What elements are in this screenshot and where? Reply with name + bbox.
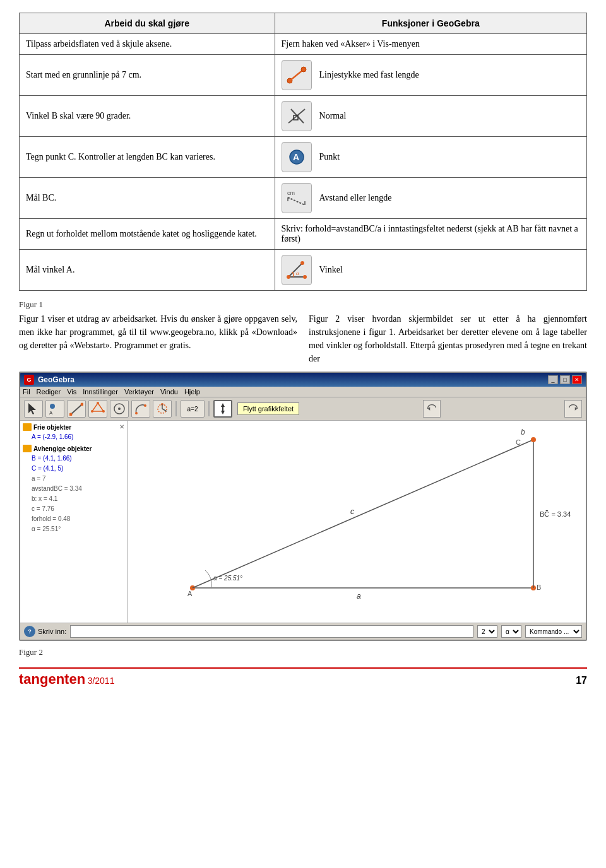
footer: tangenten 3/2011 17	[19, 667, 587, 688]
svg-text:BC̄ = 3.34: BC̄ = 3.34	[540, 510, 571, 518]
geogebra-window: G GeoGebra _ □ ✕ Fil Rediger Vis Innstil…	[19, 372, 587, 641]
row6-left: Regn ut forholdet mellom motstående kate…	[20, 219, 275, 250]
menu-innstillinger[interactable]: Innstillinger	[83, 388, 118, 396]
svg-text:C: C	[516, 438, 521, 446]
geogebra-toolbar: A a=2 Flytt grafikkfeltet	[20, 397, 586, 421]
svg-line-35	[162, 409, 167, 411]
svg-point-25	[97, 402, 99, 404]
tool-numeric[interactable]: a=2	[181, 400, 205, 418]
svg-point-19	[50, 404, 55, 409]
close-button[interactable]: ✕	[572, 375, 582, 384]
help-icon[interactable]: ?	[24, 626, 35, 637]
footer-issue: 3/2011	[88, 676, 115, 686]
figure2-label: Figur 2	[19, 647, 587, 657]
sidebar-item-forhold: forhold = 0.48	[23, 514, 124, 524]
folder-icon-free	[23, 423, 32, 431]
svg-text:a: a	[357, 592, 361, 601]
row5-left: Mål BC.	[20, 178, 275, 219]
row3-left: Vinkel B skal være 90 grader.	[20, 96, 275, 137]
menu-vis[interactable]: Vis	[67, 388, 76, 396]
menu-verktøyer[interactable]: Verktøyer	[124, 388, 154, 396]
svg-line-21	[71, 404, 82, 414]
tool-polygon[interactable]	[88, 400, 107, 418]
tool-circle[interactable]	[110, 400, 129, 418]
menu-vindu[interactable]: Vindu	[160, 388, 178, 396]
footer-page: 17	[576, 675, 587, 686]
folder-free-label: Frie objekter	[33, 424, 71, 431]
svg-text:b: b	[521, 428, 525, 437]
tool-angle[interactable]	[153, 400, 172, 418]
menu-hjelp[interactable]: Hjelp	[184, 388, 200, 396]
tool-arc[interactable]	[131, 400, 150, 418]
minimize-button[interactable]: _	[548, 375, 558, 384]
svg-point-50	[531, 437, 536, 442]
body-text: Figur 1 viser et utdrag av arbeidsarket.…	[19, 312, 587, 365]
window-controls[interactable]: _ □ ✕	[548, 375, 582, 384]
sidebar-close[interactable]: ✕	[119, 423, 124, 430]
svg-point-16	[287, 275, 290, 279]
vinkel-icon: α	[282, 255, 312, 285]
restore-button[interactable]: □	[560, 375, 570, 384]
command-select[interactable]: Kommando ...	[525, 625, 582, 638]
input-field[interactable]	[70, 625, 473, 638]
svg-text:cm: cm	[287, 190, 295, 196]
menu-rediger[interactable]: Rediger	[37, 388, 61, 396]
svg-point-29	[118, 408, 121, 410]
svg-point-17	[303, 275, 307, 279]
sidebar-item-c: c = 7.76	[23, 504, 124, 514]
table-row: Tegn punkt C. Kontroller at lengden BC k…	[20, 137, 587, 178]
row4-right: A Punkt	[275, 137, 586, 178]
svg-marker-36	[221, 403, 225, 414]
footer-brand-area: tangenten 3/2011	[19, 671, 114, 688]
geogebra-app-icon: G	[24, 375, 34, 385]
body-text-right: Figur 2 viser hvordan skjermbildet ser u…	[309, 312, 587, 365]
sidebar-item-B: B = (4.1, 1.66)	[23, 454, 124, 464]
svg-text:α = 25.51°: α = 25.51°	[213, 575, 242, 582]
table-header-right: Funksjoner i GeoGebra	[275, 13, 586, 34]
menu-fil[interactable]: Fil	[23, 388, 30, 396]
folder-dependent-label: Avhengige objekter	[33, 445, 92, 452]
undo-button[interactable]	[423, 400, 441, 418]
tool-point[interactable]: A	[45, 400, 64, 418]
sidebar-item-C: C = (4.1, 5)	[23, 464, 124, 474]
row4-left: Tegn punkt C. Kontroller at lengden BC k…	[20, 137, 275, 178]
geogebra-sidebar: ✕ Frie objekter A = (-2.9, 1.66) Avhengi…	[20, 421, 128, 623]
row1-left: Tilpass arbeidsflaten ved å skjule aksen…	[20, 34, 275, 55]
alpha-select[interactable]: α	[501, 625, 521, 638]
row7-right: α Vinkel	[275, 250, 586, 291]
svg-text:A: A	[49, 410, 53, 416]
toolbar-separator	[175, 401, 177, 416]
sidebar-item-A: A = (-2.9, 1.66)	[23, 432, 124, 442]
table-row: Mål BC. cm Avstand eller lengde	[20, 178, 587, 219]
normal-label: Normal	[319, 111, 347, 121]
svg-line-13	[288, 263, 302, 277]
geogebra-title-text: GeoGebra	[38, 375, 74, 384]
normal-icon	[282, 101, 312, 131]
sidebar-folder-free[interactable]: Frie objekter	[23, 423, 119, 431]
svg-point-26	[102, 410, 105, 413]
tool-line[interactable]	[67, 400, 86, 418]
svg-text:A: A	[187, 590, 193, 597]
geogebra-main: ✕ Frie objekter A = (-2.9, 1.66) Avhengi…	[20, 421, 586, 623]
geogebra-menubar: Fil Rediger Vis Innstillinger Verktøyer …	[20, 387, 586, 397]
active-tool-label: Flytt grafikkfeltet	[237, 402, 299, 415]
geogebra-canvas: b C A α = 25.51° B	[128, 421, 586, 623]
sidebar-item-alpha: α = 25.51°	[23, 524, 124, 534]
avstand-icon: cm	[282, 183, 312, 213]
svg-point-31	[144, 404, 146, 407]
body-text-left: Figur 1 viser et utdrag av arbeidsarket.…	[19, 312, 297, 365]
avstand-label: Avstand eller lengde	[319, 193, 392, 203]
row5-right: cm Avstand eller lengde	[275, 178, 586, 219]
exponent-select[interactable]: 2	[477, 625, 497, 638]
tool-move-graphics[interactable]	[213, 400, 232, 418]
redo-button[interactable]	[564, 400, 582, 418]
tool-cursor[interactable]	[24, 400, 43, 418]
svg-point-15	[300, 261, 304, 265]
instructions-table: Arbeid du skal gjøre Funksjoner i GeoGeb…	[19, 13, 587, 291]
vinkel-label: Vinkel	[319, 265, 343, 275]
row6-right: Skriv: forhold=avstandBC/a i inntastings…	[275, 219, 586, 250]
sidebar-folder-dependent[interactable]: Avhengige objekter	[23, 445, 124, 452]
row3-right: Normal	[275, 96, 586, 137]
table-row: Start med en grunnlinje på 7 cm. Linjest…	[20, 55, 587, 96]
punkt-label: Punkt	[319, 152, 340, 162]
